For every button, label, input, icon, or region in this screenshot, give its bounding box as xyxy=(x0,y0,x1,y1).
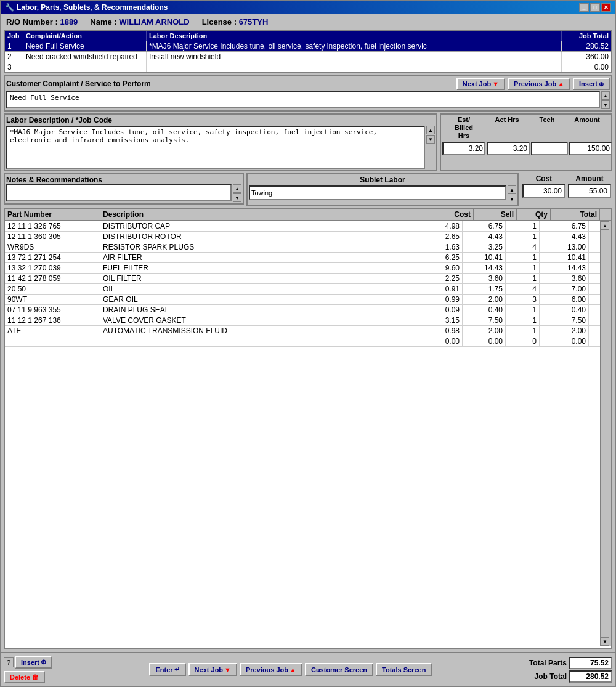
col-labor: Labor Description xyxy=(147,31,562,41)
part-cost: 0.98 xyxy=(413,326,463,336)
insert-job-button[interactable]: Insert ⊕ xyxy=(573,78,610,90)
table-row[interactable]: 11 12 1 267 136 VALVE COVER GASKET 3.15 … xyxy=(5,315,600,326)
act-hrs-input[interactable] xyxy=(487,142,530,155)
table-row[interactable]: 12 11 1 326 765 DISTRIBUTOR CAP 4.98 6.7… xyxy=(5,221,600,232)
maximize-button[interactable]: □ xyxy=(590,3,600,12)
part-number xyxy=(5,336,100,346)
enter-button[interactable]: Enter ↵ xyxy=(149,663,185,676)
sublet-amount-input[interactable] xyxy=(568,184,611,198)
parts-rows-container: 12 11 1 326 765 DISTRIBUTOR CAP 4.98 6.7… xyxy=(5,221,600,646)
notes-input[interactable] xyxy=(6,184,232,201)
part-cost: 0.00 xyxy=(413,336,463,346)
sublet-cost-input[interactable] xyxy=(522,184,565,198)
est-billed-input[interactable] xyxy=(442,142,485,155)
close-button[interactable]: ✕ xyxy=(601,3,611,12)
ro-number-label: R/O Number : xyxy=(6,17,58,26)
window-icon: 🔧 xyxy=(5,3,14,12)
complaint-title: Customer Complaint / Service to Perform xyxy=(6,79,151,88)
table-row[interactable]: 13 32 1 270 039 FUEL FILTER 9.60 14.43 1… xyxy=(5,263,600,274)
sublet-input[interactable] xyxy=(249,185,506,200)
table-row[interactable]: 12 11 1 360 305 DISTRIBUTOR ROTOR 2.65 4… xyxy=(5,232,600,242)
parts-scroll-down-button[interactable]: ▼ xyxy=(601,637,609,646)
part-sell: 0.00 xyxy=(463,336,506,346)
table-row[interactable]: 11 42 1 278 059 OIL FILTER 2.25 3.60 1 3… xyxy=(5,274,600,284)
next-job-arrow-icon: ▼ xyxy=(224,666,231,673)
job-num: 1 xyxy=(5,41,23,51)
part-number: 07 11 9 963 355 xyxy=(5,305,100,315)
name-label: Name : xyxy=(90,17,116,26)
labor-scroll-up-icon[interactable]: ▲ xyxy=(426,126,435,134)
part-cost: 4.98 xyxy=(413,221,463,231)
job-total: 0.00 xyxy=(562,62,611,72)
totals-screen-button[interactable]: Totals Screen xyxy=(376,663,432,676)
notes-scroll-down-icon[interactable]: ▼ xyxy=(233,193,241,202)
col-cost: Cost xyxy=(424,209,474,220)
labor-description-input[interactable]: *MAJ6 Major Service Includes tune, oil s… xyxy=(6,126,425,169)
tech-input[interactable] xyxy=(531,142,568,155)
part-cost: 0.99 xyxy=(413,295,463,304)
job-labor xyxy=(147,62,562,72)
table-row[interactable]: 0.00 0.00 0 0.00 xyxy=(5,336,600,347)
sublet-scroll-down-icon[interactable]: ▼ xyxy=(508,195,516,203)
table-row[interactable]: 2 Need cracked windshield repaired Insta… xyxy=(5,51,611,62)
col-complaint: Complaint/Action xyxy=(23,31,147,41)
part-sell: 3.60 xyxy=(463,274,506,283)
minimize-button[interactable]: _ xyxy=(579,3,589,12)
part-total: 10.41 xyxy=(540,253,589,262)
next-job-button[interactable]: Next Job ▼ xyxy=(456,78,505,90)
part-qty: 1 xyxy=(506,326,540,336)
part-sell: 7.50 xyxy=(463,315,506,325)
table-row[interactable]: WR9DS RESISTOR SPARK PLUGS 1.63 3.25 4 1… xyxy=(5,242,600,253)
part-cost: 6.25 xyxy=(413,253,463,262)
part-number: 11 12 1 267 136 xyxy=(5,315,100,325)
bottom-insert-button[interactable]: Insert ⊕ xyxy=(15,656,52,669)
table-row[interactable]: 13 72 1 271 254 AIR FILTER 6.25 10.41 1 … xyxy=(5,253,600,263)
part-sell: 2.00 xyxy=(463,295,506,304)
part-desc: AIR FILTER xyxy=(100,253,413,262)
table-row[interactable]: 90WT GEAR OIL 0.99 2.00 3 6.00 xyxy=(5,295,600,305)
col-description: Description xyxy=(100,209,424,220)
notes-title: Notes & Recommendations xyxy=(6,176,241,184)
prev-job-nav-button[interactable]: Previous Job ▲ xyxy=(240,663,302,676)
amount-input[interactable] xyxy=(569,142,612,155)
part-qty: 1 xyxy=(506,253,540,262)
ro-number-value: 1889 xyxy=(60,17,78,26)
labor-scroll-down-icon[interactable]: ▼ xyxy=(426,135,435,144)
next-job-nav-button[interactable]: Next Job ▼ xyxy=(188,663,237,676)
scroll-col xyxy=(600,209,611,220)
part-number: 13 72 1 271 254 xyxy=(5,253,100,262)
part-number: ATF xyxy=(5,326,100,336)
part-desc: AUTOMATIC TRANSMISSION FLUID xyxy=(100,326,413,336)
table-row[interactable]: 20 50 OIL 0.91 1.75 4 7.00 xyxy=(5,284,600,295)
table-row[interactable]: 07 11 9 963 355 DRAIN PLUG SEAL 0.09 0.4… xyxy=(5,305,600,315)
job-complaint: Need cracked windshield repaired xyxy=(23,52,147,62)
col-job: Job xyxy=(5,31,23,41)
help-icon: ? xyxy=(4,657,14,667)
part-cost: 9.60 xyxy=(413,263,463,273)
part-number: 90WT xyxy=(5,295,100,304)
prev-job-button[interactable]: Previous Job ▲ xyxy=(508,78,570,90)
part-qty: 4 xyxy=(506,284,540,294)
part-qty: 1 xyxy=(506,232,540,242)
part-sell: 10.41 xyxy=(463,253,506,262)
scroll-up-icon[interactable]: ▲ xyxy=(601,91,610,100)
insert-icon: ⊕ xyxy=(599,81,604,87)
part-qty: 3 xyxy=(506,295,540,304)
delete-button[interactable]: Delete 🗑 xyxy=(4,671,45,683)
job-complaint: Need Full Service xyxy=(23,41,147,51)
part-total: 4.43 xyxy=(540,232,589,242)
amount-label: Amount xyxy=(565,116,609,140)
part-desc: FUEL FILTER xyxy=(100,263,413,273)
parts-scroll-up-button[interactable]: ▲ xyxy=(601,221,609,230)
table-row[interactable]: 1 Need Full Service *MAJ6 Major Service … xyxy=(5,41,611,51)
customer-screen-button[interactable]: Customer Screen xyxy=(305,663,373,676)
table-row[interactable]: ATF AUTOMATIC TRANSMISSION FLUID 0.98 2.… xyxy=(5,326,600,336)
sublet-scroll-up-icon[interactable]: ▲ xyxy=(508,185,516,194)
part-sell: 6.75 xyxy=(463,221,506,231)
col-part-number: Part Number xyxy=(5,209,100,220)
scroll-down-icon[interactable]: ▼ xyxy=(601,100,610,109)
bottom-bar: ? Insert ⊕ Delete 🗑 Enter ↵ Next Job ▼ P… xyxy=(1,652,615,686)
notes-scroll-up-icon[interactable]: ▲ xyxy=(233,184,241,193)
complaint-input[interactable]: Need Full Service xyxy=(6,91,600,108)
table-row[interactable]: 3 0.00 xyxy=(5,62,611,72)
